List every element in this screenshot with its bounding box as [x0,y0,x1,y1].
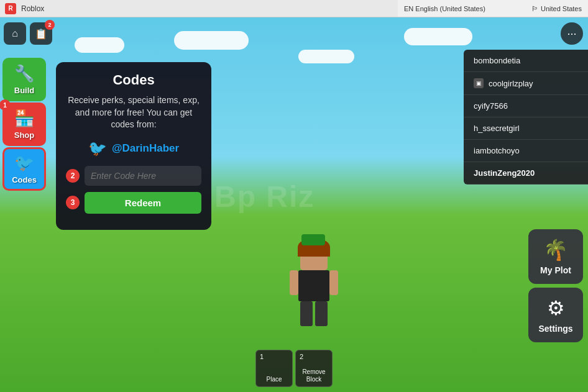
flag-icon: 🏳 [531,5,538,12]
codes-button[interactable]: 🐦 Codes [2,147,46,191]
codes-title: Codes [66,72,201,88]
step-3-badge: 3 [66,196,80,209]
player-item[interactable]: cyify7566 [464,95,588,117]
codes-modal: Codes Receive perks, special items, exp,… [56,62,211,230]
chat-button[interactable]: 📋 2 [30,22,52,45]
codes-label: Codes [12,175,37,185]
slot-2-num: 2 [300,353,303,360]
slot-2-label: RemoveBlock [302,368,325,383]
build-label: Build [14,86,35,95]
player-name: iambotchoyo [474,146,520,155]
region-label: United States [541,5,582,12]
top-bar-right: EN English (United States) 🏳 United Stat… [398,0,588,17]
code-input-row: 2 [66,166,201,186]
toolbar-slot-1[interactable]: 1 Place [255,350,293,387]
player-name: JustinZeng2020 [474,168,535,178]
chat-icon: 📋 [35,28,47,40]
player-item-active[interactable]: JustinZeng2020 [464,162,588,185]
app-logo: R [5,3,16,14]
redeem-button[interactable]: Redeem [85,192,201,214]
twitter-row: 🐦 @DarinHaber [66,140,201,157]
shop-badge: 1 [0,99,11,111]
toolbar-slot-2[interactable]: 2 RemoveBlock [295,350,333,387]
code-input[interactable] [85,166,201,186]
char-head [300,243,328,270]
player-name: coolgirlzplay [489,79,533,88]
left-sidebar: 🔧 Build 1 🏪 Shop 🐦 Codes [0,53,50,196]
home-button[interactable]: ⌂ [4,22,26,45]
more-button[interactable]: ··· [561,22,583,45]
build-button[interactable]: 🔧 Build [2,58,46,101]
codes-description: Receive perks, special items, exp, and m… [66,94,201,131]
twitter-handle[interactable]: @DarinHaber [112,142,179,155]
build-icon: 🔧 [14,64,34,83]
shop-button[interactable]: 1 🏪 Shop [2,103,46,146]
char-hat [301,234,325,245]
char-arm-left [290,270,298,295]
char-leg-right [315,301,328,326]
home-icon: ⌂ [12,28,18,39]
cloud-1 [75,37,124,53]
player-item[interactable]: iambotchoyo [464,140,588,162]
cloud-3 [298,50,354,63]
redeem-row: 3 Redeem [66,192,201,214]
char-leg-left [300,301,313,326]
player-name: bombondetia [474,56,520,65]
step-2-badge: 2 [66,169,80,183]
player-item[interactable]: ▣ coolgirlzplay [464,72,588,95]
titlebar: R Roblox [0,0,398,17]
cloud-2 [174,31,249,50]
slot-1-num: 1 [260,353,264,360]
player-character [289,243,339,324]
player-name: h_ssecretgirl [474,124,520,133]
more-icon: ··· [567,27,576,40]
player-icon: ▣ [474,78,484,88]
region-selector[interactable]: 🏳 United States [531,5,582,12]
player-item[interactable]: h_ssecretgirl [464,117,588,140]
bottom-toolbar: 1 Place 2 RemoveBlock [255,350,333,387]
player-item[interactable]: bombondetia [464,50,588,72]
twitter-icon: 🐦 [88,140,107,157]
char-body [298,270,329,301]
my-plot-label: My Plot [540,265,571,275]
slot-1-label: Place [266,376,282,383]
shop-label: Shop [14,130,35,140]
shop-icon: 🏪 [14,109,34,128]
top-icons: ⌂ 📋 2 [0,19,56,48]
language-selector[interactable]: EN English (United States) [404,5,485,12]
char-arm-right [329,270,338,295]
player-name: cyify7566 [474,101,508,111]
app-title: Roblox [21,4,44,13]
settings-label: Settings [538,324,572,334]
char-legs [289,301,339,326]
players-dropdown: bombondetia ▣ coolgirlzplay cyify7566 h_… [464,50,588,185]
chat-badge: 2 [45,20,55,30]
settings-button[interactable]: ⚙ Settings [528,288,583,342]
codes-icon: 🐦 [14,153,34,173]
my-plot-button[interactable]: 🌴 My Plot [528,229,583,284]
cloud-4 [404,28,472,45]
my-plot-icon: 🌴 [543,238,568,262]
settings-icon: ⚙ [547,296,565,320]
right-buttons: 🌴 My Plot ⚙ Settings [528,229,583,342]
